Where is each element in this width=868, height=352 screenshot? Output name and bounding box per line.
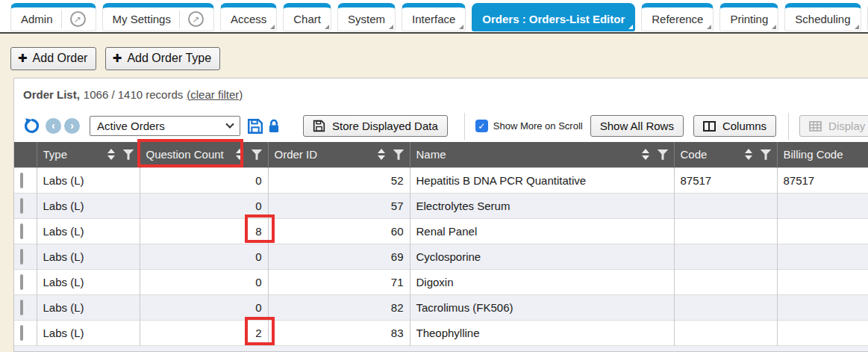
floppy-disk-icon [313, 120, 325, 132]
lock-icon[interactable] [267, 119, 281, 134]
row-checkbox[interactable] [20, 325, 23, 341]
show-more-on-scroll-checkbox[interactable]: ✓ [475, 120, 488, 132]
tab-divider [61, 10, 62, 28]
tab-menu-caret-icon [707, 25, 711, 29]
billing-code-cell [777, 294, 868, 320]
row-checkbox[interactable] [20, 223, 23, 239]
add-order-type-button[interactable]: ✚Add Order Type [105, 47, 220, 70]
table-row[interactable]: Labs (L) 0 52 Hepatitis B DNA PCR Quanti… [14, 167, 868, 193]
sort-icon[interactable] [236, 149, 243, 160]
refresh-icon[interactable] [23, 117, 40, 135]
sort-icon[interactable] [642, 149, 649, 160]
row-select-cell[interactable] [14, 320, 37, 345]
previous-page-icon[interactable]: ‹ [46, 118, 61, 134]
question-count-cell: 0 [140, 269, 268, 294]
code-cell: 87517 [674, 167, 777, 193]
question-count-cell-highlighted: 8 [140, 218, 268, 244]
tab-menu-caret-icon [270, 25, 275, 29]
tab-label: Scheduling [795, 13, 850, 25]
plus-icon: ✚ [113, 52, 122, 65]
tab-chart[interactable]: Chart [283, 3, 331, 31]
question-count-cell: 0 [140, 167, 268, 193]
save-view-icon[interactable] [247, 118, 263, 135]
tab-label: Chart [293, 13, 321, 25]
select-all-header[interactable] [14, 142, 37, 167]
row-checkbox[interactable] [20, 173, 23, 188]
column-header-code[interactable]: Code [674, 142, 777, 167]
table-row[interactable]: Labs (L) 0 69 Cyclosporine [14, 244, 868, 269]
type-cell: Labs (L) [37, 218, 140, 244]
table-row[interactable]: Labs (L) 0 57 Electrolytes Serum [14, 193, 868, 218]
view-filter-value: Active Orders [97, 120, 165, 132]
show-all-rows-button[interactable]: Show All Rows [590, 115, 684, 137]
column-header-question-count[interactable]: Question Count [140, 142, 268, 167]
column-header-billing-code[interactable]: Billing Code [777, 142, 868, 167]
table-row[interactable]: Labs (L) 0 71 Digoxin [14, 269, 868, 294]
row-select-cell[interactable] [14, 218, 37, 244]
filter-icon[interactable] [123, 149, 134, 160]
row-checkbox[interactable] [20, 198, 23, 214]
store-displayed-data-button[interactable]: Store Displayed Data [303, 115, 448, 137]
sort-icon[interactable] [107, 149, 115, 160]
tab-scheduling[interactable]: Scheduling [784, 3, 861, 31]
code-cell [674, 244, 777, 269]
sort-icon[interactable] [378, 149, 385, 160]
order-id-cell: 83 [268, 320, 410, 345]
tab-orders-list-editor-active[interactable]: Orders : Orders-List Editor [472, 3, 635, 31]
next-page-icon[interactable]: › [64, 118, 80, 134]
sort-icon[interactable] [745, 149, 752, 160]
tab-menu-caret-icon [772, 25, 776, 29]
question-count-cell: 0 [140, 193, 268, 218]
tab-label: Reference [652, 13, 703, 25]
filter-icon[interactable] [393, 149, 405, 160]
row-checkbox[interactable] [20, 300, 23, 315]
tab-admin[interactable]: Admin ↗ [10, 3, 96, 31]
billing-code-cell [777, 320, 868, 345]
row-select-cell[interactable] [14, 294, 37, 320]
row-select-cell[interactable] [14, 244, 37, 269]
records-count: 1066 / 1410 records [84, 88, 183, 101]
table-header-row: Type Question Count [14, 142, 868, 167]
external-link-icon[interactable]: ↗ [188, 11, 204, 27]
tab-reference[interactable]: Reference [641, 3, 714, 31]
add-order-button[interactable]: ✚Add Order [10, 47, 96, 70]
tab-my-settings[interactable]: My Settings ↗ [102, 3, 214, 31]
order-id-cell: 60 [268, 218, 410, 244]
tab-interface[interactable]: Interface [402, 3, 466, 31]
tab-printing[interactable]: Printing [719, 3, 778, 31]
columns-button[interactable]: Columns [693, 115, 776, 137]
clear-filter-link[interactable]: (clear filter) [187, 88, 243, 101]
row-checkbox[interactable] [20, 274, 23, 290]
tab-menu-caret-icon [628, 25, 633, 29]
billing-code-cell [777, 244, 868, 269]
table-row[interactable]: Labs (L) 8 60 Renal Panel [14, 218, 868, 244]
row-select-cell[interactable] [14, 269, 37, 294]
show-more-on-scroll-label[interactable]: Show More on Scroll [493, 120, 583, 132]
tab-label: Access [231, 13, 266, 25]
question-count-cell-highlighted: 2 [140, 320, 268, 345]
filter-icon[interactable] [252, 149, 263, 160]
column-header-type[interactable]: Type [37, 142, 140, 167]
tab-label: Interface [412, 13, 455, 25]
billing-code-cell: 87517 [777, 167, 868, 193]
toolbar-divider [788, 113, 789, 140]
row-checkbox[interactable] [20, 249, 23, 265]
column-header-name[interactable]: Name [410, 142, 674, 167]
table-row[interactable]: Labs (L) 2 83 Theophylline [14, 320, 868, 345]
row-select-cell[interactable] [14, 193, 37, 218]
tab-system[interactable]: System [337, 3, 396, 31]
tab-label: System [348, 13, 385, 25]
filter-icon[interactable] [658, 149, 669, 160]
tab-access[interactable]: Access [220, 3, 277, 31]
view-filter-select[interactable]: Active Orders [90, 116, 240, 136]
column-header-order-id[interactable]: Order ID [268, 142, 410, 167]
tab-label: Orders : Orders-List Editor [482, 13, 625, 25]
table-row[interactable]: Labs (L) 0 82 Tacrolimus (FK506) [14, 294, 868, 320]
filter-icon[interactable] [761, 149, 772, 160]
tab-menu-caret-icon [459, 25, 463, 29]
row-select-cell[interactable] [14, 167, 37, 193]
external-link-icon[interactable]: ↗ [70, 11, 86, 27]
code-cell [674, 218, 777, 244]
type-cell: Labs (L) [37, 167, 140, 193]
grid-icon [809, 121, 822, 132]
